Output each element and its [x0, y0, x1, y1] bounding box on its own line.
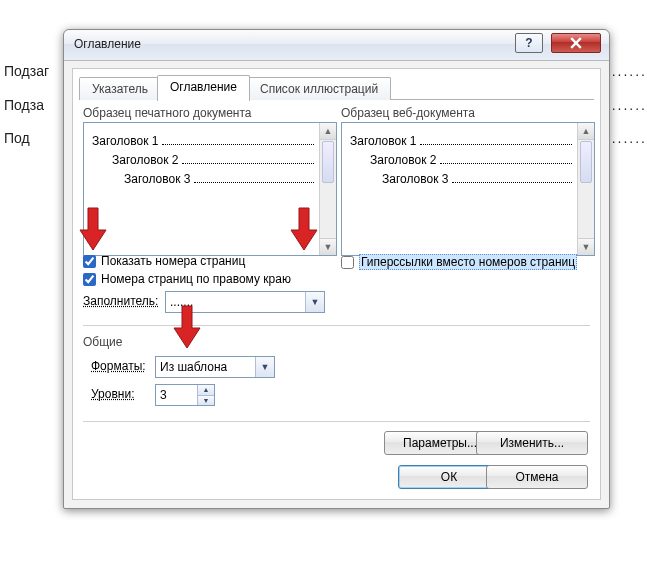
scrollbar[interactable]: ▲ ▼: [319, 123, 336, 255]
levels-spinner[interactable]: 3 ▲▼: [155, 384, 215, 406]
spinner-buttons[interactable]: ▲▼: [197, 385, 214, 405]
formats-combo[interactable]: Из шаблона ▼: [155, 356, 275, 378]
checkbox-right-align[interactable]: Номера страниц по правому краю: [83, 272, 291, 286]
spin-down-icon[interactable]: ▼: [198, 396, 214, 406]
print-preview-label: Образец печатного документа: [83, 106, 252, 120]
tab-index[interactable]: Указатель: [79, 77, 161, 100]
toc-dialog: Оглавление ? Указатель Оглавление Список…: [63, 29, 610, 509]
ok-button[interactable]: ОК: [398, 465, 500, 489]
scroll-thumb[interactable]: [580, 141, 592, 183]
scroll-up-icon[interactable]: ▲: [578, 123, 594, 140]
button-label: ОК: [441, 470, 457, 484]
scrollbar[interactable]: ▲ ▼: [577, 123, 594, 255]
help-button[interactable]: ?: [515, 33, 543, 53]
button-label: Отмена: [515, 470, 558, 484]
leader-dots: [420, 144, 572, 145]
scroll-up-icon[interactable]: ▲: [320, 123, 336, 140]
button-label: Параметры...: [403, 436, 477, 450]
checkbox-input[interactable]: [83, 255, 96, 268]
checkbox-label: Номера страниц по правому краю: [101, 272, 291, 286]
dropdown-icon[interactable]: ▼: [305, 292, 324, 312]
tab-illustrations-label: Список иллюстраций: [260, 82, 378, 96]
preview-row-text: Заголовок 2: [370, 153, 436, 167]
titlebar[interactable]: Оглавление ?: [64, 30, 609, 61]
tab-index-label: Указатель: [92, 82, 148, 96]
spin-up-icon[interactable]: ▲: [198, 385, 214, 396]
general-section-label: Общие: [83, 335, 122, 349]
formats-value: Из шаблона: [156, 360, 255, 374]
tab-toc-label: Оглавление: [170, 80, 237, 94]
button-label: Изменить...: [500, 436, 564, 450]
web-preview-label: Образец веб-документа: [341, 106, 475, 120]
leader-dots: [440, 163, 572, 164]
tab-toc[interactable]: Оглавление: [157, 75, 250, 101]
preview-row-text: Заголовок 3: [382, 172, 448, 186]
divider: [83, 325, 590, 326]
leader-value: .......: [166, 295, 305, 309]
checkbox-label: Гиперссылки вместо номеров страниц: [359, 254, 577, 270]
preview-row-text: Заголовок 3: [124, 172, 190, 186]
leader-dots: [194, 182, 314, 183]
checkbox-input[interactable]: [341, 256, 354, 269]
close-icon: [570, 37, 582, 49]
scroll-down-icon[interactable]: ▼: [320, 238, 336, 255]
levels-value: 3: [156, 388, 197, 402]
scroll-thumb[interactable]: [322, 141, 334, 183]
formats-label: Форматы:: [91, 359, 146, 373]
bg-text-1: Подзаг: [4, 63, 49, 79]
tabstrip: Указатель Оглавление Список иллюстраций: [79, 75, 594, 100]
print-preview: Заголовок 11 Заголовок 23 Заголовок 35 ▲…: [83, 122, 337, 256]
dialog-client: Указатель Оглавление Список иллюстраций …: [72, 68, 601, 500]
bg-text-2: Подза: [4, 97, 44, 113]
bg-text-3: Под: [4, 130, 30, 146]
scroll-down-icon[interactable]: ▼: [578, 238, 594, 255]
levels-label: Уровни:: [91, 387, 134, 401]
window-title: Оглавление: [74, 37, 141, 51]
cancel-button[interactable]: Отмена: [486, 465, 588, 489]
web-preview: Заголовок 11 Заголовок 23 Заголовок 35 ▲…: [341, 122, 595, 256]
leader-label: Заполнитель:: [83, 294, 158, 308]
divider: [83, 421, 590, 422]
preview-row-text: Заголовок 1: [350, 134, 416, 148]
leader-dots: [162, 144, 314, 145]
checkbox-label: Показать номера страниц: [101, 254, 245, 268]
checkbox-show-page-numbers[interactable]: Показать номера страниц: [83, 254, 245, 268]
dropdown-icon[interactable]: ▼: [255, 357, 274, 377]
leader-dots: [452, 182, 572, 183]
leader-combo[interactable]: ....... ▼: [165, 291, 325, 313]
close-button[interactable]: [551, 33, 601, 53]
leader-dots: [182, 163, 314, 164]
tab-illustrations[interactable]: Список иллюстраций: [247, 77, 391, 100]
preview-row-text: Заголовок 2: [112, 153, 178, 167]
modify-button[interactable]: Изменить...: [476, 431, 588, 455]
checkbox-input[interactable]: [83, 273, 96, 286]
checkbox-hyperlinks[interactable]: Гиперссылки вместо номеров страниц: [341, 254, 577, 270]
preview-row-text: Заголовок 1: [92, 134, 158, 148]
